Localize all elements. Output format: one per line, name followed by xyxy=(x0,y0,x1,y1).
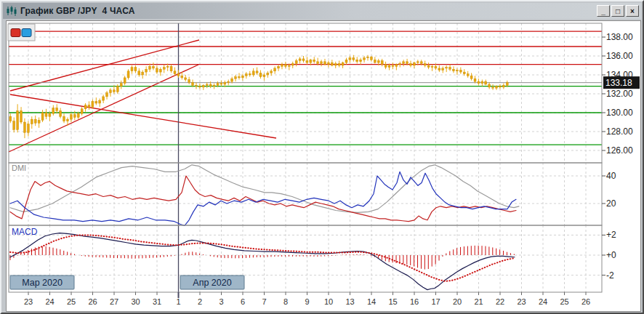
candle-body xyxy=(317,62,319,64)
candle-body xyxy=(88,105,90,108)
macd-axis-label: +2 xyxy=(606,230,616,240)
candle-body xyxy=(453,69,455,71)
date-axis-label: 1 xyxy=(176,297,180,306)
close-button[interactable]: × xyxy=(626,5,639,17)
candle-body xyxy=(435,66,437,68)
candle-body xyxy=(481,81,483,84)
candle-body xyxy=(34,119,36,123)
date-axis-label: 15 xyxy=(388,297,397,306)
candle-body xyxy=(381,61,383,65)
minimize-button[interactable]: _ xyxy=(597,5,610,17)
date-axis-label: 26 xyxy=(88,297,97,306)
red-tool-button[interactable] xyxy=(11,29,20,37)
current-price-badge-label: 133.18 xyxy=(605,78,632,88)
date-axis-label: 10 xyxy=(324,297,333,306)
app-window: График GBP /JPY 4 ЧАСА _ □ × DMIMACDМар … xyxy=(0,0,644,314)
candle-body xyxy=(142,72,144,75)
candle-body xyxy=(338,63,340,65)
candle-body xyxy=(356,60,358,62)
date-axis-label: 23 xyxy=(24,297,33,306)
candle-body xyxy=(174,71,176,74)
candle-body xyxy=(281,65,283,67)
dmi-axis-label: 20 xyxy=(606,198,616,209)
candle-body xyxy=(23,122,25,132)
candle-body xyxy=(492,87,494,88)
candle-body xyxy=(73,115,76,118)
candle-body xyxy=(321,62,323,64)
date-axis-label: 2 xyxy=(198,297,202,306)
candle-body xyxy=(70,115,72,120)
candle-body xyxy=(145,69,148,72)
candle-body xyxy=(274,68,276,71)
date-axis-label: 24 xyxy=(45,297,54,306)
candle-body xyxy=(235,77,237,79)
candle-body xyxy=(353,58,355,60)
candle-body xyxy=(295,61,297,64)
candle-body xyxy=(263,75,265,77)
candle-body xyxy=(181,76,183,78)
date-axis-label: 22 xyxy=(496,297,504,306)
candle-body xyxy=(342,63,344,65)
candle-body xyxy=(313,60,315,62)
candle-body xyxy=(152,66,154,68)
candle-body xyxy=(92,101,94,107)
price-axis-label: 132.00 xyxy=(606,89,633,99)
price-axis-label: 126.00 xyxy=(606,145,633,156)
candle-body xyxy=(392,65,394,66)
candle-body xyxy=(331,63,333,65)
candle-body xyxy=(113,90,115,92)
candle-body xyxy=(259,73,262,76)
candle-body xyxy=(496,86,498,89)
candle-body xyxy=(310,60,312,63)
candle-body xyxy=(385,65,387,68)
month-badge-label: Апр 2020 xyxy=(193,278,231,288)
date-axis-label: 27 xyxy=(110,297,118,306)
candle-body xyxy=(106,93,108,97)
dmi-axis-label: 40 xyxy=(606,171,616,181)
candle-body xyxy=(395,65,398,67)
candle-body xyxy=(488,84,491,87)
date-axis-label: 25 xyxy=(560,297,568,306)
date-axis-label: 24 xyxy=(539,297,547,306)
candle-body xyxy=(470,76,472,78)
candle-body xyxy=(413,63,415,65)
chart-background xyxy=(7,22,640,310)
candle-body xyxy=(438,68,440,71)
candle-body xyxy=(345,60,347,63)
candle-body xyxy=(420,62,422,64)
candle-body xyxy=(156,68,158,72)
price-axis-label: 128.00 xyxy=(606,126,633,137)
dmi-panel-label: DMI xyxy=(12,164,26,172)
candle-body xyxy=(270,71,273,73)
candle-body xyxy=(95,101,97,103)
candle-body xyxy=(60,110,62,116)
candle-body xyxy=(399,63,401,64)
maximize-button[interactable]: □ xyxy=(611,5,624,17)
candle-body xyxy=(45,113,47,116)
date-axis-label: 26 xyxy=(581,297,590,306)
candle-body xyxy=(456,71,458,71)
candle-body xyxy=(159,69,161,72)
candle-body xyxy=(99,100,101,103)
window-title: График GBP /JPY 4 ЧАСА xyxy=(20,6,135,16)
candle-body xyxy=(424,63,426,65)
date-axis-label: 6 xyxy=(241,297,245,306)
candle-body xyxy=(185,78,187,80)
candle-body xyxy=(446,68,448,68)
date-axis-label: 8 xyxy=(283,297,288,306)
candle-body xyxy=(192,82,194,85)
chart-canvas[interactable]: DMIMACDМар 2020Апр 2020138.00136.00134.0… xyxy=(7,22,640,310)
candle-body xyxy=(323,62,326,65)
candle-body xyxy=(120,84,122,86)
date-axis-label: 23 xyxy=(517,297,526,306)
blue-tool-button[interactable] xyxy=(22,29,31,37)
candle-body xyxy=(427,65,430,68)
title-bar[interactable]: График GBP /JPY 4 ЧАСА _ □ × xyxy=(3,3,641,19)
candle-body xyxy=(474,78,476,81)
candle-body xyxy=(228,81,230,82)
macd-axis-label: +0 xyxy=(606,250,616,260)
date-axis-label: 21 xyxy=(474,297,483,306)
candle-body xyxy=(202,85,204,87)
candle-body xyxy=(149,66,151,69)
price-axis-label: 130.00 xyxy=(606,108,633,118)
